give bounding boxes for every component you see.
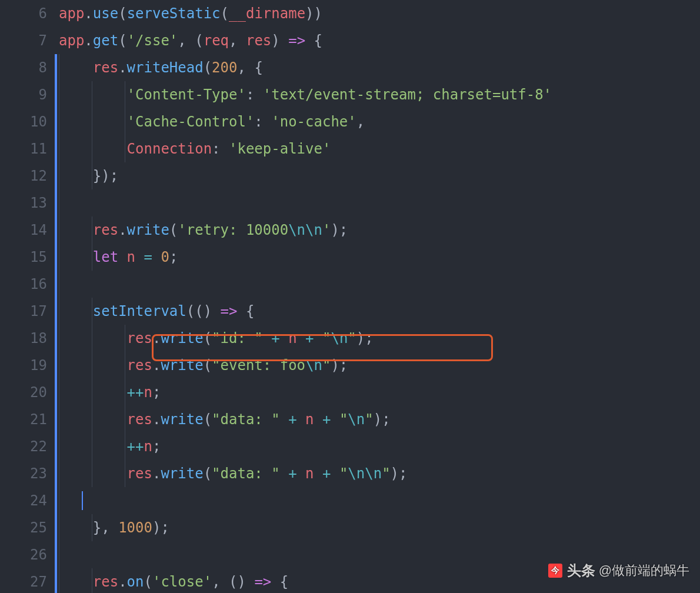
fold-indicator — [55, 244, 57, 271]
watermark: 头条 @做前端的蜗牛 — [548, 561, 689, 580]
watermark-brand: 头条 — [567, 561, 595, 580]
line-number: 11 — [6, 135, 47, 162]
fold-indicator — [55, 406, 57, 433]
code-editor[interactable]: 6 7 8 9 10 11 12 13 14 15 16 17 18 19 20… — [0, 0, 700, 593]
code-line[interactable]: let n = 0; — [59, 244, 700, 271]
line-number: 24 — [6, 487, 47, 514]
fold-indicator — [55, 298, 57, 325]
code-line[interactable]: app.get('/sse', (req, res) => { — [59, 27, 700, 54]
code-line[interactable]: ++n; — [59, 379, 700, 406]
line-number: 17 — [6, 298, 47, 325]
code-line[interactable]: 'Content-Type': 'text/event-stream; char… — [59, 81, 700, 108]
code-line[interactable]: app.use(serveStatic(__dirname)) — [59, 0, 700, 27]
fold-indicator — [55, 189, 57, 216]
watermark-author: @做前端的蜗牛 — [599, 562, 689, 579]
line-number: 18 — [6, 325, 47, 352]
fold-indicator — [55, 541, 57, 568]
line-number: 21 — [6, 406, 47, 433]
line-number: 6 — [6, 0, 47, 27]
line-number: 25 — [6, 514, 47, 541]
fold-indicator — [55, 379, 57, 406]
code-line[interactable]: res.write("event: foo\n"); — [59, 352, 700, 379]
line-number: 23 — [6, 460, 47, 487]
fold-indicator — [55, 216, 57, 244]
fold-indicator — [55, 433, 57, 460]
line-number: 15 — [6, 244, 47, 271]
code-line[interactable]: res.write('retry: 10000\n\n'); — [59, 216, 700, 244]
line-number: 16 — [6, 271, 47, 298]
line-number: 19 — [6, 352, 47, 379]
code-line[interactable]: res.write("data: " + n + "\n\n"); — [59, 460, 700, 487]
code-line[interactable]: Connection: 'keep-alive' — [59, 135, 700, 162]
code-line[interactable]: 'Cache-Control': 'no-cache', — [59, 108, 700, 135]
line-number: 7 — [6, 27, 47, 54]
fold-indicator — [55, 162, 57, 189]
fold-indicator — [55, 514, 57, 541]
fold-indicator — [55, 54, 57, 81]
line-number: 10 — [6, 108, 47, 135]
code-line[interactable]: ++n; — [59, 433, 700, 460]
fold-indicator — [55, 135, 57, 162]
code-line[interactable]: }, 1000); — [59, 514, 700, 541]
code-line[interactable]: res.write("id: " + n + "\n"); — [59, 325, 700, 352]
line-number: 8 — [6, 54, 47, 81]
line-number: 26 — [6, 541, 47, 568]
line-number: 9 — [6, 81, 47, 108]
fold-indicator — [55, 271, 57, 298]
fold-indicator — [55, 568, 57, 593]
code-line[interactable] — [59, 271, 700, 298]
line-number: 13 — [6, 189, 47, 216]
code-line[interactable] — [59, 189, 700, 216]
code-line[interactable]: res.write("data: " + n + "\n"); — [59, 406, 700, 433]
fold-indicator — [55, 460, 57, 487]
line-number: 22 — [6, 433, 47, 460]
line-number: 14 — [6, 216, 47, 244]
code-content[interactable]: app.use(serveStatic(__dirname)) app.get(… — [59, 0, 700, 593]
fold-indicator — [55, 352, 57, 379]
fold-indicator — [55, 108, 57, 135]
text-cursor — [82, 491, 83, 510]
line-number: 20 — [6, 379, 47, 406]
toutiao-icon — [548, 564, 562, 578]
line-number: 27 — [6, 568, 47, 593]
fold-indicator — [55, 325, 57, 352]
code-line[interactable]: setInterval(() => { — [59, 298, 700, 325]
code-line[interactable] — [59, 487, 700, 514]
line-number: 12 — [6, 162, 47, 189]
line-gutter: 6 7 8 9 10 11 12 13 14 15 16 17 18 19 20… — [0, 0, 59, 593]
code-line[interactable]: res.writeHead(200, { — [59, 54, 700, 81]
fold-indicator — [55, 487, 57, 514]
code-line[interactable]: }); — [59, 162, 700, 189]
fold-indicator — [55, 81, 57, 108]
